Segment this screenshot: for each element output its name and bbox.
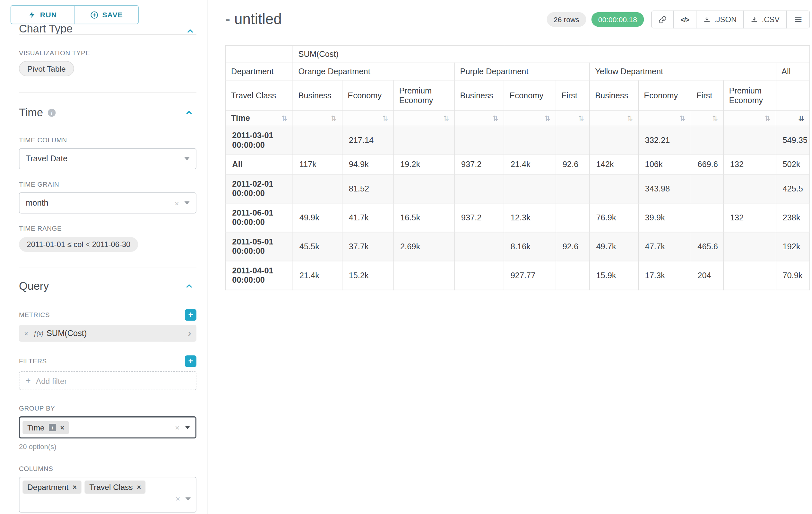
chart-title[interactable]: - untitled [225, 11, 282, 28]
pivot-sort-header[interactable]: ⇅ [394, 110, 455, 126]
time-grain-select[interactable]: month × [19, 192, 196, 213]
sort-desc-icon[interactable]: ⇊ [798, 114, 804, 123]
time-section-header[interactable]: Time i [19, 106, 196, 119]
expand-icon[interactable]: › [188, 329, 191, 338]
code-icon: </> [681, 16, 689, 23]
pivot-cell: 669.6 [691, 155, 723, 174]
chevron-up-icon[interactable] [185, 282, 193, 290]
pivot-cell: 106k [638, 155, 691, 174]
clear-icon[interactable]: × [175, 423, 179, 432]
selected-value-chip[interactable]: Timei× [23, 421, 69, 434]
pivot-class-header: Premium Economy [723, 80, 776, 111]
pivot-sort-header[interactable]: ⇊ [776, 110, 810, 126]
chevron-down-icon [184, 157, 190, 160]
pivot-group-header: Purple Department [455, 63, 589, 80]
pivot-sort-header[interactable]: ⇅ [342, 110, 394, 126]
sort-icon[interactable]: ⇅ [382, 114, 388, 123]
columns-select[interactable]: Department×Travel Class× × [19, 477, 196, 512]
sort-icon[interactable]: ⇅ [282, 114, 288, 123]
pivot-cell: 2.69k [394, 232, 455, 261]
pivot-cell: 19.2k [394, 155, 455, 174]
pivot-cell [455, 261, 504, 290]
time-column-select[interactable]: Travel Date [19, 148, 196, 169]
control-panel: RUN SAVE Chart Type VISUALIZATION TYPE P… [0, 0, 207, 514]
save-button[interactable]: SAVE [75, 5, 139, 24]
sort-icon[interactable]: ⇅ [493, 114, 499, 123]
pivot-group-header: All [776, 63, 810, 80]
remove-chip-icon[interactable]: × [72, 483, 77, 491]
pivot-cell: 937.2 [455, 204, 504, 232]
pivot-corner-cell [226, 46, 293, 63]
add-filter-box[interactable]: + Add filter [19, 371, 196, 390]
query-section-header[interactable]: Query [19, 280, 196, 292]
pivot-cell: 39.9k [638, 204, 691, 232]
pivot-metric-header: SUM(Cost) [293, 46, 809, 63]
pivot-cell [504, 174, 556, 203]
pivot-cell: 92.6 [556, 155, 589, 174]
selected-value-chip[interactable]: Travel Class× [84, 481, 145, 494]
sort-icon[interactable]: ⇅ [545, 114, 551, 123]
export-csv-label: .CSV [762, 15, 780, 23]
clear-icon[interactable]: × [176, 494, 180, 503]
remove-metric-icon[interactable]: × [24, 329, 28, 337]
pivot-cell: 192k [776, 232, 810, 261]
metric-chip[interactable]: × ƒ(x) SUM(Cost) › [19, 325, 196, 342]
sort-icon[interactable]: ⇅ [443, 114, 449, 123]
pivot-cell: 549.35 [776, 126, 810, 155]
time-column-value: Travel Date [26, 154, 179, 163]
pivot-class-header: Economy [638, 80, 691, 111]
export-button-group: </> .JSON .CSV ≡ [651, 10, 810, 29]
collapse-icon[interactable] [186, 27, 194, 34]
remove-chip-icon[interactable]: × [137, 483, 141, 491]
pivot-sort-header[interactable]: ⇅ [589, 110, 638, 126]
save-button-label: SAVE [102, 10, 123, 19]
time-range-value[interactable]: 2011-01-01 ≤ col < 2011-06-30 [19, 237, 138, 252]
pivot-sort-header[interactable]: ⇅ [723, 110, 776, 126]
clear-icon[interactable]: × [175, 198, 179, 208]
pivot-cell [455, 126, 504, 155]
visualization-type-value[interactable]: Pivot Table [19, 61, 74, 76]
sort-icon[interactable]: ⇅ [764, 114, 771, 123]
pivot-sort-header[interactable]: ⇅ [691, 110, 723, 126]
selected-value-chip[interactable]: Department× [23, 481, 81, 494]
sort-icon[interactable]: ⇅ [330, 114, 337, 123]
pivot-cell: 8.16k [504, 232, 556, 261]
pivot-row-header: 2011-05-01 00:00:00 [226, 232, 293, 261]
group-by-option-count: 20 option(s) [19, 443, 196, 451]
embed-code-button[interactable]: </> [673, 10, 696, 29]
run-button[interactable]: RUN [10, 5, 75, 24]
visualization-type-label: VISUALIZATION TYPE [19, 50, 196, 57]
export-json-button[interactable]: .JSON [696, 10, 744, 29]
pivot-row: 2011-04-01 00:00:0021.4k15.2k927.7715.9k… [226, 261, 810, 290]
divider [19, 92, 196, 92]
row-count-badge: 26 rows [547, 12, 586, 27]
pivot-sort-header[interactable]: ⇅ [455, 110, 504, 126]
pivot-cell: 76.9k [589, 204, 638, 232]
pivot-sort-header[interactable]: ⇅ [638, 110, 691, 126]
pivot-sort-header[interactable]: ⇅ [504, 110, 556, 126]
pivot-sort-header[interactable]: ⇅ [293, 110, 342, 126]
export-csv-button[interactable]: .CSV [743, 10, 787, 29]
pivot-cell [723, 232, 776, 261]
sort-icon[interactable]: ⇅ [627, 114, 633, 123]
pivot-sort-header[interactable]: ⇅ [556, 110, 589, 126]
pivot-row-header: All [226, 155, 293, 174]
remove-chip-icon[interactable]: × [60, 424, 64, 431]
pivot-cell [556, 204, 589, 232]
sort-icon[interactable]: ⇅ [712, 114, 718, 123]
download-icon [751, 16, 758, 23]
add-filter-button[interactable]: + [185, 355, 196, 367]
run-save-button-group: RUN SAVE [10, 5, 139, 24]
add-metric-button[interactable]: + [185, 309, 196, 321]
chart-menu-button[interactable]: ≡ [786, 10, 810, 29]
pivot-cell [556, 174, 589, 203]
pivot-group-header: Orange Department [293, 63, 455, 80]
chevron-up-icon[interactable] [185, 108, 193, 117]
sort-icon[interactable]: ⇅ [679, 114, 686, 123]
share-link-button[interactable] [651, 10, 674, 29]
sort-icon[interactable]: ⇅ [578, 114, 584, 123]
group-by-label: GROUP BY [19, 405, 196, 412]
group-by-select[interactable]: Timei× × [19, 416, 196, 438]
plus-icon: + [26, 376, 30, 385]
pivot-time-sort-header[interactable]: Time⇅ [226, 110, 293, 126]
